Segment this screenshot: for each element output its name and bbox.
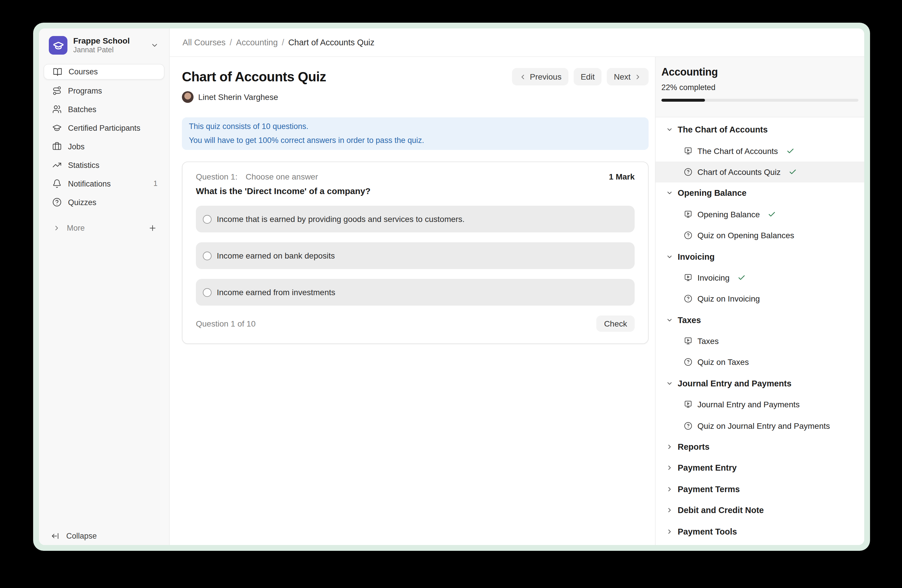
breadcrumb-accounting[interactable]: Accounting <box>236 38 278 47</box>
lesson-row-the-chart-of-accounts[interactable]: The Chart of Accounts <box>656 140 864 161</box>
next-button[interactable]: Next <box>607 68 648 85</box>
lesson-row-quiz-on-taxes[interactable]: Quiz on Taxes <box>656 352 864 373</box>
page-title: Chart of Accounts Quiz <box>182 69 326 84</box>
chapter-title: Opening Balance <box>678 189 747 198</box>
instructor-name: Linet Sherin Varghese <box>198 92 278 102</box>
chevron-right-icon <box>666 528 673 535</box>
chapter-row-the-chart-of-accounts[interactable]: The Chart of Accounts <box>656 119 864 140</box>
sidebar-item-programs[interactable]: Programs <box>44 81 164 100</box>
check-icon <box>738 274 746 282</box>
course-progress-fill <box>661 99 705 102</box>
breadcrumb-all-courses[interactable]: All Courses <box>183 38 226 47</box>
sidebar-item-label: Courses <box>69 67 98 76</box>
lesson-title: Quiz on Opening Balances <box>697 231 794 240</box>
sidebar-item-courses[interactable]: Courses <box>44 64 164 80</box>
sidebar-item-label: Jobs <box>68 142 85 151</box>
sidebar-item-notifications[interactable]: Notifications 1 <box>44 174 164 193</box>
video-lesson-icon <box>683 273 693 282</box>
lesson-title: Quiz on Taxes <box>697 358 749 367</box>
chevron-right-icon <box>634 73 642 80</box>
lesson-row-chart-of-accounts-quiz[interactable]: Chart of Accounts Quiz <box>656 161 864 183</box>
lesson-title: Chart of Accounts Quiz <box>697 167 780 177</box>
lesson-row-journal-entry-and-payments[interactable]: Journal Entry and Payments <box>656 394 864 415</box>
chapter-title: Invoicing <box>678 252 714 261</box>
sidebar-item-quizzes[interactable]: Quizzes <box>44 193 164 211</box>
sidebar-item-more[interactable]: More <box>44 220 164 236</box>
window-frame: Frappe School Jannat Patel Courses Progr… <box>33 23 870 551</box>
chapter-row-taxes[interactable]: Taxes <box>656 310 864 331</box>
breadcrumb-current: Chart of Accounts Quiz <box>288 38 374 47</box>
notification-count-badge: 1 <box>153 180 158 188</box>
lesson-row-invoicing[interactable]: Invoicing <box>656 267 864 288</box>
course-outline-sidebar: Accounting 22% completed The Chart of Ac… <box>655 57 864 545</box>
answer-option-3[interactable]: Income earned from investments <box>196 279 635 306</box>
question-marks: 1 Mark <box>609 172 635 181</box>
arrow-left-to-line-icon <box>51 532 60 540</box>
answer-option-1[interactable]: Income that is earned by providing goods… <box>196 206 635 232</box>
video-lesson-icon <box>683 400 693 409</box>
edit-button[interactable]: Edit <box>574 68 601 85</box>
question-pagination: Question 1 of 10 <box>196 319 256 328</box>
check-icon <box>789 168 797 176</box>
sidebar-item-certified-participants[interactable]: Certified Participants <box>44 119 164 137</box>
previous-button[interactable]: Previous <box>512 68 568 85</box>
workspace-switcher[interactable]: Frappe School Jannat Patel <box>49 36 164 55</box>
question-card: Question 1: Choose one answer 1 Mark Wha… <box>182 161 648 344</box>
screenshot-canvas: Frappe School Jannat Patel Courses Progr… <box>0 0 902 588</box>
plus-icon[interactable] <box>148 224 157 232</box>
lesson-row-opening-balance[interactable]: Opening Balance <box>656 204 864 225</box>
app-name: Frappe School <box>73 36 130 46</box>
radio-icon[interactable] <box>203 215 211 224</box>
chapter-row-reports[interactable]: Reports <box>656 436 864 458</box>
graduation-cap-icon <box>53 40 64 51</box>
answer-option-2[interactable]: Income earned on bank deposits <box>196 242 635 269</box>
check-icon <box>768 210 776 219</box>
collapse-sidebar-button[interactable]: Collapse <box>51 532 97 540</box>
collapse-label: Collapse <box>66 532 97 540</box>
sidebar-item-label: Notifications <box>68 179 111 188</box>
question-header: Question 1: Choose one answer 1 Mark <box>196 172 635 181</box>
chapter-title: Journal Entry and Payments <box>678 379 792 388</box>
radio-icon[interactable] <box>203 251 211 260</box>
question-footer: Question 1 of 10 Check <box>196 316 635 332</box>
check-button[interactable]: Check <box>597 316 635 332</box>
chapter-row-payment-entry[interactable]: Payment Entry <box>656 458 864 479</box>
help-circle-icon <box>52 197 62 207</box>
chapter-row-journal-entry-and-payments[interactable]: Journal Entry and Payments <box>656 373 864 394</box>
chevron-down-icon[interactable] <box>150 41 159 49</box>
quiz-toolbar: Previous Edit Next <box>512 68 648 85</box>
lesson-row-quiz-on-invoicing[interactable]: Quiz on Invoicing <box>656 288 864 310</box>
sidebar-item-label: Quizzes <box>68 198 97 206</box>
quiz-icon <box>683 294 693 303</box>
lesson-title: Quiz on Journal Entry and Payments <box>697 421 830 430</box>
radio-icon[interactable] <box>203 288 211 297</box>
answer-option-label: Income earned from investments <box>217 288 335 297</box>
question-number: Question 1: <box>196 172 237 181</box>
breadcrumb-separator: / <box>282 38 284 47</box>
chapter-row-payment-terms[interactable]: Payment Terms <box>656 479 864 500</box>
notice-line: This quiz consists of 10 questions. <box>189 120 642 134</box>
chapter-title: The Chart of Accounts <box>678 125 768 134</box>
instructor-row: Linet Sherin Varghese <box>182 91 648 103</box>
sidebar-item-batches[interactable]: Batches <box>44 100 164 119</box>
answer-option-label: Income earned on bank deposits <box>217 251 335 260</box>
chapter-row-debit-and-credit-note[interactable]: Debit and Credit Note <box>656 500 864 521</box>
book-open-icon <box>53 67 62 77</box>
chapter-row-payment-tools[interactable]: Payment Tools <box>656 521 864 542</box>
lesson-title: Journal Entry and Payments <box>697 400 800 409</box>
course-outline-list: The Chart of Accounts The Chart of Accou… <box>656 117 864 542</box>
chapter-title: Payment Tools <box>678 527 737 536</box>
lesson-row-quiz-on-journal-entry-and-payments[interactable]: Quiz on Journal Entry and Payments <box>656 415 864 436</box>
chevron-down-icon <box>666 190 673 197</box>
sidebar-item-jobs[interactable]: Jobs <box>44 137 164 156</box>
chapter-row-invoicing[interactable]: Invoicing <box>656 246 864 267</box>
lesson-row-quiz-on-opening-balances[interactable]: Quiz on Opening Balances <box>656 225 864 246</box>
sidebar-item-statistics[interactable]: Statistics <box>44 156 164 174</box>
chapter-row-opening-balance[interactable]: Opening Balance <box>656 183 864 204</box>
quiz-icon <box>683 167 693 177</box>
chapter-title: Payment Terms <box>678 485 740 494</box>
course-completed-label: 22% completed <box>661 83 858 92</box>
chevron-right-icon <box>666 443 673 450</box>
course-progress-panel: Accounting 22% completed <box>656 57 864 117</box>
lesson-row-taxes[interactable]: Taxes <box>656 331 864 352</box>
